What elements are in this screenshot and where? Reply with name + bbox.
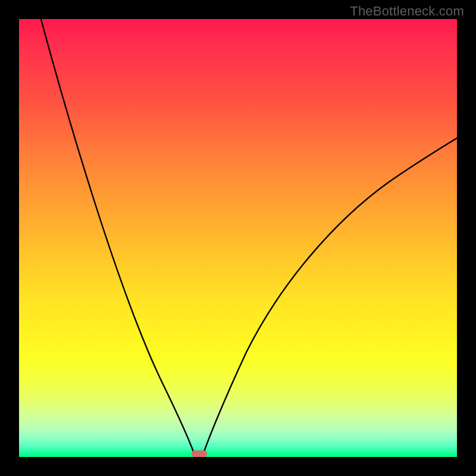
- watermark-text: TheBottleneck.com: [350, 4, 464, 19]
- plot-area: [19, 19, 457, 457]
- chart-frame: TheBottleneck.com: [0, 0, 476, 476]
- bottleneck-curve: [19, 19, 457, 457]
- optimal-zone-marker: [192, 450, 207, 457]
- curve-right-branch: [203, 138, 457, 455]
- curve-left-branch: [41, 19, 195, 455]
